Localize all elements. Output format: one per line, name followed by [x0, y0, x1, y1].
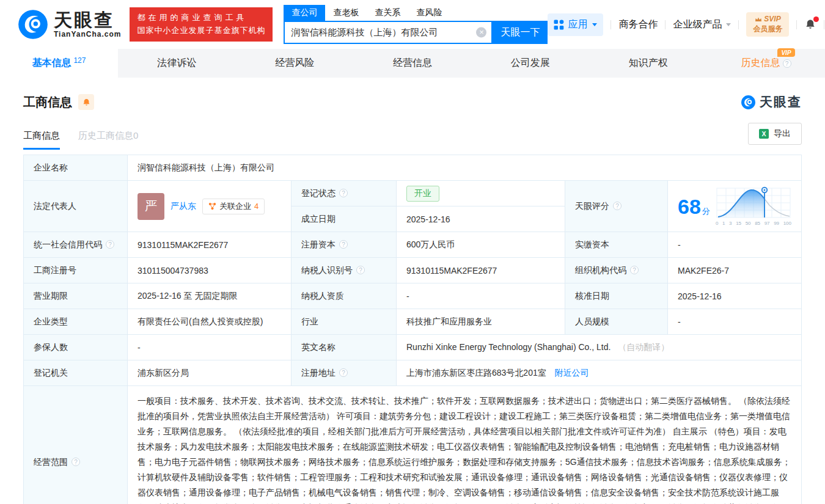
clear-search-icon[interactable]: ×	[476, 27, 486, 38]
brand-logo[interactable]: 天眼查 TianYanCha.com	[17, 9, 121, 40]
svip-service-label: 会员服务	[753, 24, 782, 34]
table-row: 登记机关 浦东新区分局 注册地址? 上海市浦东新区枣庄路683号北201室 附近…	[24, 360, 802, 386]
tab-company-development[interactable]: 公司发展	[471, 49, 589, 78]
field-label: 纳税人识别号	[301, 265, 353, 275]
registration-number: 310115004737983	[128, 258, 292, 283]
help-icon[interactable]: ?	[339, 189, 348, 197]
table-row: 经营范围? 一般项目：技术服务、技术开发、技术咨询、技术交流、技术转让、技术推广…	[24, 386, 802, 504]
tab-label: 法律诉讼	[157, 57, 196, 70]
page: 天眼查 TianYanCha.com 都在用的商业查询工具 国家中小企业发展子基…	[0, 0, 825, 504]
tab-label: 公司发展	[511, 57, 550, 70]
tianyan-score[interactable]: 68 分	[678, 186, 791, 226]
field-label: 注册地址	[301, 368, 336, 378]
svg-text:X: X	[761, 130, 766, 137]
help-icon[interactable]: ?	[72, 458, 80, 466]
tab-basic-info-label: 基本信息	[32, 57, 71, 70]
field-label: 登记状态	[301, 188, 336, 198]
search-tabs: 查公司 查老板 查关系 查风险	[284, 5, 548, 21]
help-icon[interactable]: ?	[783, 59, 791, 68]
search-button[interactable]: 天眼一下	[493, 21, 548, 44]
excel-icon: X	[759, 129, 769, 139]
search-input[interactable]	[284, 21, 493, 44]
tianyancha-logo-icon	[17, 9, 49, 40]
status-badge: 开业	[406, 186, 439, 202]
tab-history-label: 历史信息	[741, 57, 780, 68]
table-row: 工商注册号 310115004737983 纳税人识别号? 91310115MA…	[24, 258, 802, 283]
help-icon[interactable]: ?	[613, 202, 622, 210]
field-label: 核准日期	[575, 291, 609, 301]
registered-address: 上海市浦东新区枣庄路683号北201室	[406, 368, 546, 378]
field-label: 成立日期	[301, 214, 336, 224]
divider	[665, 20, 666, 29]
tab-history-info[interactable]: 历史信息 VIP ?	[707, 49, 825, 78]
nearby-companies-link[interactable]: 附近公司	[555, 368, 589, 378]
field-label: 天眼评分	[575, 201, 609, 211]
subtab-business-info[interactable]: 工商信息	[23, 130, 60, 150]
tab-basic-info[interactable]: 基本信息 127	[0, 49, 118, 78]
slogan-line1: 都在用的商业查询工具	[137, 12, 265, 24]
staff-size: -	[668, 309, 802, 335]
divider	[738, 20, 739, 29]
help-icon[interactable]: ?	[630, 266, 639, 274]
search-tab-boss[interactable]: 查老板	[325, 5, 367, 21]
help-icon[interactable]: ?	[339, 240, 348, 249]
network-icon	[208, 202, 216, 210]
field-label: 企业名称	[34, 163, 68, 172]
search-tab-risk[interactable]: 查风险	[408, 5, 450, 21]
slogan-badge: 都在用的商业查询工具 国家中小企业发展子基金旗下机构	[130, 7, 273, 42]
field-label: 经营范围	[34, 457, 68, 467]
insured-count: -	[128, 335, 292, 360]
tab-business-info[interactable]: 经营信息	[354, 49, 472, 78]
business-info-table: 企业名称 润智信科能源科技（上海）有限公司 法定代表人 严 严从东 关	[23, 155, 802, 504]
company-name: 润智信科能源科技（上海）有限公司	[128, 155, 802, 181]
subtabs: 工商信息 历史工商信息0 X 导出	[23, 123, 802, 150]
svip-member-badge[interactable]: SVIP 会员服务	[746, 12, 789, 36]
english-name: Runzhi Xinke Energy Technology (Shanghai…	[406, 342, 610, 352]
legal-rep-link[interactable]: 严从东	[170, 201, 196, 212]
related-companies-badge[interactable]: 关联企业 4	[202, 199, 265, 214]
business-scope: 一般项目：技术服务、技术开发、技术咨询、技术交流、技术转让、技术推广；软件开发；…	[128, 386, 802, 504]
slogan-line2: 国家中小企业发展子基金旗下机构	[137, 24, 265, 37]
chevron-down-icon	[592, 23, 597, 26]
brand-name: 天眼查	[54, 10, 121, 30]
subtab-history-business-info[interactable]: 历史工商信息0	[78, 130, 138, 150]
field-label: 法定代表人	[34, 201, 76, 211]
score-distribution-chart: 01 315 5085 9799 100	[716, 186, 791, 226]
chevron-down-icon	[726, 23, 731, 26]
tab-label: 知识产权	[629, 57, 668, 70]
credit-code: 91310115MAK2FE2677	[128, 232, 292, 258]
tianyancha-watermark-icon	[741, 95, 756, 110]
organization-code: MAK2FE26-7	[668, 258, 802, 283]
search-tab-company[interactable]: 查公司	[284, 5, 325, 21]
auto-translate-note: （自动翻译）	[618, 342, 669, 352]
field-label: 企业类型	[34, 316, 68, 326]
subscribe-bell-icon[interactable]	[78, 94, 94, 110]
link-enterprise-products[interactable]: 企业级产品	[673, 18, 731, 31]
apps-menu[interactable]: 应用	[548, 13, 603, 36]
tab-label: 经营风险	[275, 57, 314, 70]
help-icon[interactable]: ?	[356, 266, 365, 274]
table-row: 企业名称 润智信科能源科技（上海）有限公司	[24, 155, 802, 181]
business-term: 2025-12-16 至 无固定期限	[128, 283, 292, 309]
tab-intellectual-property[interactable]: 知识产权	[589, 49, 707, 78]
field-label: 实缴资本	[575, 239, 609, 249]
tab-operation-risk[interactable]: 经营风险	[236, 49, 354, 78]
apps-grid-icon	[554, 20, 564, 30]
search-area: 查公司 查老板 查关系 查风险 × 天眼一下	[284, 5, 548, 44]
search-tab-relation[interactable]: 查关系	[367, 5, 408, 21]
legal-rep-avatar[interactable]: 严	[138, 193, 164, 220]
tab-legal-proceedings[interactable]: 法律诉讼	[118, 49, 236, 78]
main-content: 工商信息 天眼查 工商信息 历史工商信息0 X 导出	[0, 93, 825, 504]
help-icon[interactable]: ?	[106, 240, 114, 249]
export-label: 导出	[774, 128, 791, 139]
enterprise-products-label: 企业级产品	[673, 18, 722, 31]
tab-basic-info-count: 127	[73, 56, 86, 65]
taxpayer-id: 91310115MAK2FE2677	[397, 258, 565, 283]
divider	[824, 20, 824, 29]
export-button[interactable]: X 导出	[748, 123, 802, 145]
notification-bell-icon[interactable]	[804, 18, 816, 31]
help-icon[interactable]: ?	[339, 368, 348, 377]
establish-date: 2025-12-16	[397, 206, 565, 232]
registry-authority: 浦东新区分局	[128, 360, 292, 386]
link-business-cooperation[interactable]: 商务合作	[618, 18, 658, 31]
